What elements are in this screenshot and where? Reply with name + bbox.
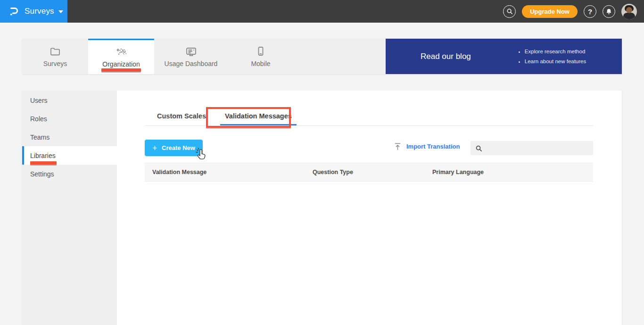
search-icon xyxy=(475,145,482,152)
nav-tab-organization[interactable]: Organization xyxy=(88,39,154,74)
import-translation-link[interactable]: Import Translation xyxy=(394,142,460,150)
organization-panel: Users Roles Teams Libraries Settings Cus… xyxy=(22,91,622,325)
plus-icon: + xyxy=(152,144,157,152)
column-validation-message: Validation Message xyxy=(152,169,313,175)
sidebar-item-teams[interactable]: Teams xyxy=(22,128,117,146)
bell-icon[interactable] xyxy=(603,5,615,18)
sidebar-item-label: Roles xyxy=(30,115,47,123)
promo-bullet: Explore research method xyxy=(525,47,586,57)
import-translation-label: Import Translation xyxy=(406,143,460,150)
blog-promo-banner[interactable]: Read our blog Explore research method Le… xyxy=(386,39,622,74)
column-question-type: Question Type xyxy=(313,169,432,175)
promo-bullet: Learn about new features xyxy=(525,57,586,67)
search-icon[interactable] xyxy=(503,5,516,18)
table-search xyxy=(471,141,593,155)
nav-tab-label: Usage Dashboard xyxy=(165,60,218,67)
nav-tab-usage-dashboard[interactable]: Usage Dashboard xyxy=(154,39,228,74)
search-input[interactable] xyxy=(486,141,593,155)
promo-title: Read our blog xyxy=(421,52,471,61)
app-menu-label: Surveys xyxy=(25,7,54,16)
module-nav: Surveys Organization Usage Dashboard Mob… xyxy=(22,39,622,74)
sidebar-item-label: Teams xyxy=(30,133,50,141)
sidebar-item-label: Libraries xyxy=(30,152,56,159)
sidebar-item-settings[interactable]: Settings xyxy=(22,165,117,183)
create-new-button[interactable]: + Create New xyxy=(145,140,203,156)
header-actions: Upgrade Now ? xyxy=(503,0,637,23)
top-header: Surveys Upgrade Now ? xyxy=(0,0,644,23)
sidebar-item-label: Users xyxy=(30,97,48,104)
create-new-label: Create New xyxy=(162,144,195,151)
people-add-icon xyxy=(115,46,127,58)
upload-icon xyxy=(394,142,401,150)
user-avatar[interactable] xyxy=(621,4,637,19)
nav-tab-label: Organization xyxy=(102,60,140,68)
tab-validation-messages[interactable]: Validation Messages xyxy=(220,112,297,125)
nav-tab-mobile[interactable]: Mobile xyxy=(228,39,294,74)
sidebar-item-roles[interactable]: Roles xyxy=(22,109,117,128)
folder-icon xyxy=(50,46,61,57)
sidebar-item-label: Settings xyxy=(30,170,54,178)
annotation-underline-organization xyxy=(101,68,141,72)
promo-bullet-list: Explore research method Learn about new … xyxy=(518,47,586,67)
mobile-icon xyxy=(255,46,266,57)
table-header-row: Validation Message Question Type Primary… xyxy=(145,163,593,182)
org-sidebar: Users Roles Teams Libraries Settings xyxy=(22,91,117,325)
nav-tab-label: Mobile xyxy=(251,60,270,67)
sidebar-item-libraries[interactable]: Libraries xyxy=(22,146,117,165)
nav-tab-label: Surveys xyxy=(43,60,67,67)
help-icon[interactable]: ? xyxy=(584,5,596,18)
dashboard-icon xyxy=(185,46,197,57)
questionpro-logo-icon xyxy=(8,6,19,17)
library-tabs: Custom Scales Validation Messages xyxy=(145,108,593,126)
sidebar-item-users[interactable]: Users xyxy=(22,91,117,109)
nav-tab-surveys[interactable]: Surveys xyxy=(22,39,88,74)
annotation-underline-libraries xyxy=(30,161,57,165)
upgrade-now-button[interactable]: Upgrade Now xyxy=(522,5,578,18)
libraries-content: Custom Scales Validation Messages + Crea… xyxy=(117,91,622,325)
tab-custom-scales[interactable]: Custom Scales xyxy=(156,112,207,125)
chevron-down-icon xyxy=(58,10,63,13)
app-switcher[interactable]: Surveys xyxy=(0,0,67,23)
column-primary-language: Primary Language xyxy=(432,169,574,175)
